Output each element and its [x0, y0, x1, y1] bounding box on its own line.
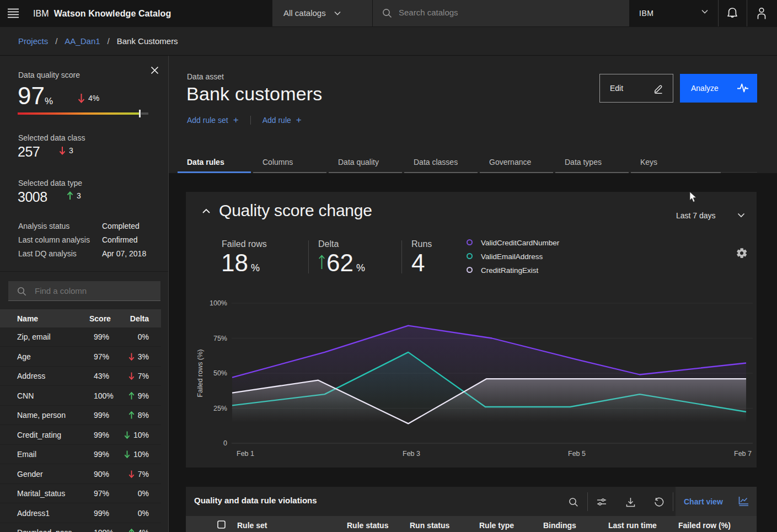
svg-text:Feb 5: Feb 5 — [568, 450, 586, 458]
svg-text:Feb 7: Feb 7 — [734, 450, 752, 458]
svg-text:100%: 100% — [210, 299, 227, 307]
svg-text:0: 0 — [223, 439, 227, 447]
svg-text:25%: 25% — [213, 405, 227, 412]
svg-text:Feb 3: Feb 3 — [403, 450, 420, 458]
svg-text:75%: 75% — [213, 335, 227, 342]
svg-text:50%: 50% — [213, 369, 227, 377]
svg-text:Feb 1: Feb 1 — [237, 450, 254, 458]
svg-text:Failed rows (%): Failed rows (%) — [196, 350, 204, 397]
